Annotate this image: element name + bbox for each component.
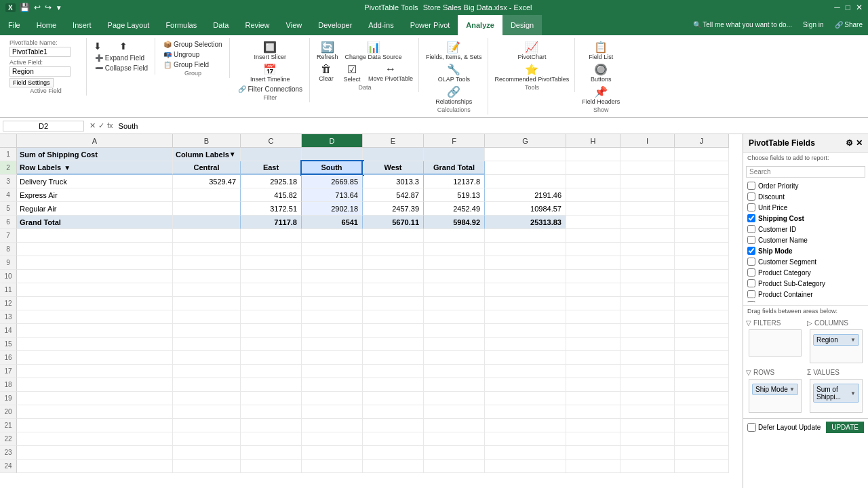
minimize-btn[interactable]: ─ [834, 3, 840, 12]
empty-cell[interactable] [566, 419, 620, 432]
filter-connections-btn[interactable]: 🔗 Filter Connections [234, 84, 307, 94]
col-header-H[interactable]: H [566, 134, 620, 148]
empty-cell[interactable] [424, 405, 485, 419]
empty-cell[interactable] [173, 243, 241, 256]
empty-cell[interactable] [17, 460, 173, 473]
cell-C1[interactable] [241, 148, 302, 161]
empty-cell[interactable] [566, 392, 620, 405]
empty-cell[interactable] [485, 243, 566, 256]
empty-cell[interactable] [17, 419, 173, 432]
defer-update-checkbox[interactable] [747, 423, 756, 432]
cell-C5[interactable]: 3172.51 [241, 202, 302, 216]
empty-cell[interactable] [675, 365, 729, 378]
cell-B5[interactable] [173, 202, 241, 216]
col-header-J[interactable]: J [675, 134, 729, 148]
customize-quick-access[interactable]: ▼ [56, 4, 62, 12]
empty-cell[interactable] [566, 432, 620, 446]
empty-cell[interactable] [173, 256, 241, 270]
empty-cell[interactable] [302, 365, 363, 378]
empty-cell[interactable] [17, 432, 173, 446]
cell-G4[interactable]: 2191.46 [485, 188, 566, 202]
field-list-btn[interactable]: 📋 Field List [579, 39, 623, 62]
empty-cell[interactable] [173, 310, 241, 324]
empty-cell[interactable] [620, 324, 675, 338]
pivot-settings-icon[interactable]: ⚙ [846, 138, 853, 148]
cell-H1[interactable] [566, 148, 620, 161]
cell-F2[interactable]: Grand Total [424, 161, 485, 175]
active-field-input[interactable] [9, 66, 71, 77]
empty-cell[interactable] [485, 297, 566, 310]
empty-cell[interactable] [363, 310, 424, 324]
empty-cell[interactable] [675, 446, 729, 460]
empty-cell[interactable] [566, 405, 620, 419]
empty-cell[interactable] [241, 460, 302, 473]
empty-cell[interactable] [241, 392, 302, 405]
confirm-formula-icon[interactable]: ✓ [98, 121, 104, 130]
empty-cell[interactable] [424, 297, 485, 310]
empty-cell[interactable] [424, 283, 485, 297]
cell-A3[interactable]: Delivery Truck [17, 175, 173, 188]
empty-cell[interactable] [566, 460, 620, 473]
empty-cell[interactable] [675, 419, 729, 432]
cell-J6[interactable] [675, 216, 729, 229]
empty-cell[interactable] [363, 229, 424, 243]
cell-B6[interactable] [173, 216, 241, 229]
field-checkbox-ship-mode[interactable] [747, 247, 755, 255]
insert-timeline-btn[interactable]: 📅 Insert Timeline [234, 62, 307, 84]
empty-cell[interactable] [675, 405, 729, 419]
empty-cell[interactable] [17, 446, 173, 460]
cell-E6[interactable]: 5670.11 [363, 216, 424, 229]
empty-cell[interactable] [363, 432, 424, 446]
empty-cell[interactable] [485, 310, 566, 324]
cell-D4[interactable]: 713.64 [302, 188, 363, 202]
empty-cell[interactable] [424, 378, 485, 392]
empty-cell[interactable] [675, 283, 729, 297]
empty-cell[interactable] [173, 283, 241, 297]
values-drop-zone[interactable]: Sum of Shippi... ▼ [810, 379, 863, 413]
empty-cell[interactable] [424, 324, 485, 338]
empty-cell[interactable] [173, 229, 241, 243]
empty-cell[interactable] [302, 270, 363, 283]
cell-H5[interactable] [566, 202, 620, 216]
empty-cell[interactable] [363, 392, 424, 405]
empty-cell[interactable] [485, 432, 566, 446]
empty-cell[interactable] [363, 446, 424, 460]
empty-cell[interactable] [485, 324, 566, 338]
empty-cell[interactable] [620, 351, 675, 365]
cell-F3[interactable]: 12137.8 [424, 175, 485, 188]
empty-cell[interactable] [485, 256, 566, 270]
empty-cell[interactable] [302, 324, 363, 338]
empty-cell[interactable] [241, 365, 302, 378]
empty-cell[interactable] [566, 283, 620, 297]
filters-drop-zone[interactable] [749, 329, 802, 357]
empty-cell[interactable] [566, 338, 620, 351]
drill-down-btn[interactable]: ⬇ [91, 39, 115, 53]
empty-cell[interactable] [424, 351, 485, 365]
tab-developer[interactable]: Developer [310, 15, 360, 35]
pivot-close-icon[interactable]: ✕ [856, 138, 863, 148]
group-selection-btn[interactable]: 📦 Group Selection [159, 39, 226, 49]
empty-cell[interactable] [485, 229, 566, 243]
empty-cell[interactable] [302, 310, 363, 324]
empty-cell[interactable] [675, 378, 729, 392]
rows-drop-zone[interactable]: Ship Mode ▼ [749, 379, 802, 413]
empty-cell[interactable] [566, 365, 620, 378]
clear-btn[interactable]: 🗑 Clear [314, 62, 338, 84]
empty-cell[interactable] [241, 419, 302, 432]
empty-cell[interactable] [241, 378, 302, 392]
empty-cell[interactable] [675, 229, 729, 243]
quick-access-undo[interactable]: ↩ [34, 3, 41, 12]
empty-cell[interactable] [302, 392, 363, 405]
empty-cell[interactable] [620, 378, 675, 392]
empty-cell[interactable] [173, 446, 241, 460]
empty-cell[interactable] [17, 297, 173, 310]
cell-A6[interactable]: Grand Total [17, 216, 173, 229]
empty-cell[interactable] [675, 460, 729, 473]
tab-review[interactable]: Review [237, 15, 277, 35]
empty-cell[interactable] [424, 256, 485, 270]
tab-home[interactable]: Home [28, 15, 64, 35]
empty-cell[interactable] [424, 243, 485, 256]
cell-G3[interactable] [485, 175, 566, 188]
empty-cell[interactable] [363, 405, 424, 419]
cell-A4[interactable]: Express Air [17, 188, 173, 202]
